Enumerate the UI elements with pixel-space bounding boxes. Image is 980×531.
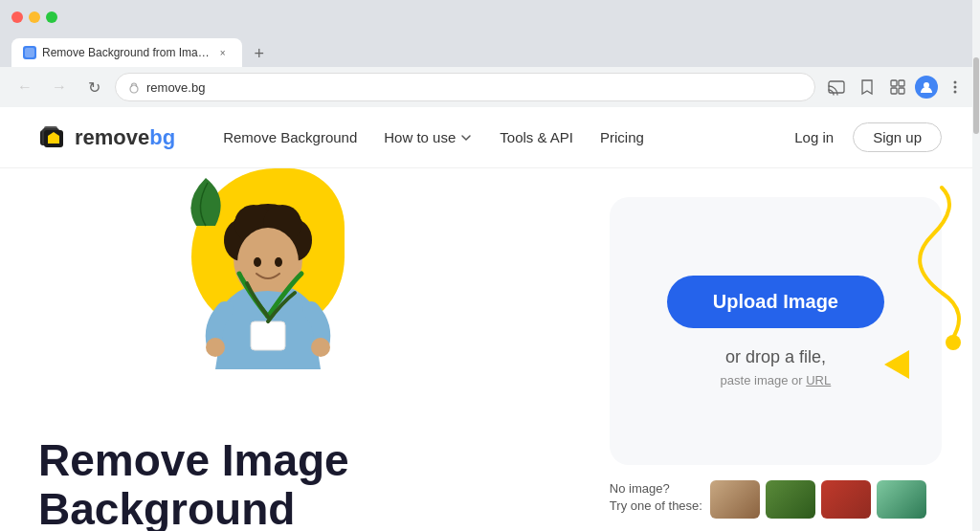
svg-point-10 — [954, 91, 957, 94]
nav-remove-background[interactable]: Remove Background — [213, 123, 367, 151]
lock-icon — [127, 80, 141, 94]
scrollbar-thumb[interactable] — [973, 57, 979, 134]
nav-pricing[interactable]: Pricing — [590, 123, 654, 151]
sample-thumb-4[interactable] — [877, 480, 926, 519]
sample-thumb-1[interactable] — [710, 480, 760, 519]
cast-button[interactable] — [823, 74, 850, 100]
logo[interactable]: removebg — [38, 122, 175, 153]
svg-point-25 — [275, 257, 282, 267]
hero-section: Remove Image Background 100% Automatical… — [0, 168, 980, 531]
window-minimize-button[interactable] — [29, 11, 40, 23]
signup-button[interactable]: Sign up — [853, 122, 942, 152]
sample-thumbnails — [710, 480, 926, 519]
svg-rect-26 — [251, 321, 285, 350]
triangle-decoration — [884, 350, 913, 379]
tab-close-button[interactable]: × — [215, 45, 231, 60]
drop-text: or drop a file, — [725, 347, 826, 367]
logo-text: removebg — [75, 125, 175, 150]
new-tab-button[interactable]: + — [246, 40, 273, 67]
scrollbar[interactable] — [972, 0, 980, 531]
window-maximize-button[interactable] — [46, 11, 57, 23]
login-button[interactable]: Log in — [783, 123, 845, 151]
hero-right: Upload Image or drop a file, paste image… — [610, 197, 942, 519]
upload-image-button[interactable]: Upload Image — [667, 276, 884, 328]
logo-icon — [38, 122, 69, 153]
browser-tab[interactable]: Remove Background from Ima… × — [11, 38, 242, 67]
user-avatar[interactable] — [915, 76, 938, 99]
svg-marker-30 — [884, 350, 909, 379]
url-text: remove.bg — [146, 80, 803, 95]
svg-rect-0 — [25, 48, 34, 57]
hero-person-image — [172, 159, 364, 379]
svg-point-8 — [954, 81, 957, 84]
svg-rect-3 — [891, 80, 897, 86]
window-close-button[interactable] — [11, 11, 23, 23]
svg-point-28 — [311, 338, 330, 357]
hero-left: Remove Image Background 100% Automatical… — [38, 197, 610, 531]
paste-text: paste image or URL — [721, 373, 832, 387]
tab-favicon — [23, 46, 36, 59]
svg-point-29 — [946, 335, 961, 350]
svg-point-27 — [206, 338, 225, 357]
sample-thumb-2[interactable] — [766, 480, 815, 519]
svg-point-24 — [254, 257, 261, 267]
samples-section: No image? Try one of these: — [610, 480, 942, 519]
samples-label: No image? Try one of these: — [610, 480, 702, 515]
leaf-decoration — [187, 173, 234, 231]
sample-thumb-3[interactable] — [821, 480, 871, 519]
nav-how-to-use[interactable]: How to use — [374, 123, 482, 151]
svg-rect-5 — [891, 88, 897, 94]
menu-button[interactable] — [942, 74, 969, 100]
svg-rect-6 — [899, 88, 904, 94]
address-bar[interactable]: remove.bg — [115, 73, 815, 101]
back-button[interactable]: ← — [11, 74, 38, 100]
extensions-button[interactable] — [884, 74, 911, 100]
tab-title: Remove Background from Ima… — [42, 46, 210, 59]
nav-tools-api[interactable]: Tools & API — [490, 123, 583, 151]
refresh-button[interactable]: ↻ — [80, 74, 107, 100]
svg-rect-4 — [899, 80, 904, 86]
squiggle-decoration — [884, 178, 970, 350]
url-link[interactable]: URL — [806, 373, 831, 387]
hero-title: Remove Image Background — [38, 436, 610, 531]
bookmark-button[interactable] — [854, 74, 880, 100]
forward-button[interactable]: → — [46, 74, 73, 100]
svg-point-9 — [954, 86, 957, 89]
website-content: removebg Remove Background How to use To… — [0, 107, 980, 531]
site-nav: removebg Remove Background How to use To… — [0, 107, 980, 168]
chevron-down-icon — [459, 131, 473, 144]
